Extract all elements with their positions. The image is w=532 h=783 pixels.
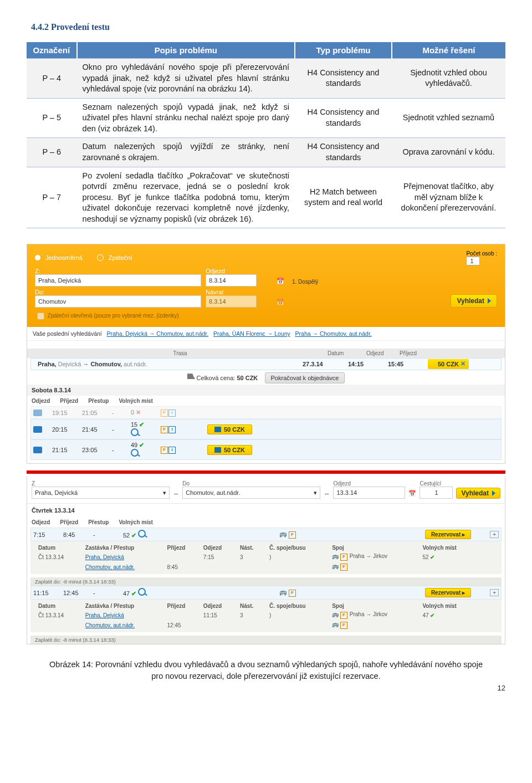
cell-type: H4 Consistency and standards bbox=[295, 59, 392, 99]
history-link[interactable]: Praha → Chomutov, aut.nádr. bbox=[295, 330, 372, 337]
th-prijezd: Příjezd bbox=[400, 350, 433, 356]
search-button[interactable]: Vyhledat bbox=[451, 294, 497, 308]
search-button2[interactable]: Vyhledat bbox=[456, 488, 500, 499]
cell-type: H4 Consistency and standards bbox=[295, 138, 392, 167]
radio-oneway-icon[interactable] bbox=[35, 255, 40, 260]
cell-desc: Po zvolení sedadla tlačítko „Pokračovat“… bbox=[77, 167, 295, 228]
cart-total-value: 50 CZK bbox=[237, 375, 258, 381]
magnify-icon[interactable] bbox=[131, 449, 139, 457]
cell-dep: 20:15 bbox=[52, 426, 74, 433]
cell-arr: 23:05 bbox=[82, 447, 104, 453]
page-number: 12 bbox=[498, 684, 505, 692]
history-link[interactable]: Praha, ÚAN Florenc → Louny bbox=[213, 330, 290, 337]
cell-desc: Okno pro vyhledávání nového spoje při př… bbox=[77, 59, 295, 99]
day-heading: Sobota 8.3.14 bbox=[27, 385, 505, 396]
persons-select[interactable]: 1 bbox=[466, 257, 479, 265]
radio-oneway-label: Jednosměrná bbox=[45, 254, 83, 261]
close-icon[interactable]: ✕ bbox=[461, 360, 466, 367]
cart-icon bbox=[187, 373, 195, 380]
th-type: Typ problému bbox=[295, 42, 392, 59]
bus-icon bbox=[33, 447, 42, 453]
return-date-input[interactable]: 8.3.14 bbox=[206, 295, 257, 308]
price-button[interactable]: 50 CZK bbox=[207, 424, 252, 434]
schedule-row: 19:1521:05-0 ✕Fi bbox=[30, 406, 502, 419]
cell-trans: - bbox=[93, 590, 115, 596]
cell-seats: 0 ✕ bbox=[131, 409, 153, 416]
calendar-icon[interactable]: 📅 bbox=[408, 490, 416, 497]
cell-trans: - bbox=[112, 410, 123, 416]
detail-panel: DatumZastávka / PřestupPříjezdOdjezdNást… bbox=[30, 600, 502, 632]
th-fix: Možné řešení bbox=[392, 42, 505, 59]
depart-date-input[interactable]: 8.3.14 bbox=[206, 274, 257, 286]
th-desc: Popis problému bbox=[77, 42, 295, 59]
cart-icon bbox=[214, 427, 221, 432]
date-input2[interactable]: 13.3.14 bbox=[333, 487, 405, 499]
from-input2[interactable]: Praha, Dejvická▾ bbox=[32, 487, 170, 499]
to-label2: Do bbox=[182, 480, 320, 487]
pay-deadline: Zaplatit do: -8 minut (8.3.14 18:33) bbox=[30, 636, 502, 644]
cell-arr: 8:45 bbox=[63, 531, 85, 538]
cell-dep: 21:15 bbox=[52, 447, 74, 453]
cell-id: P – 7 bbox=[27, 167, 77, 228]
pax-input2[interactable]: 1 bbox=[420, 487, 453, 499]
radio-return-icon[interactable] bbox=[97, 254, 104, 261]
search-button-label: Vyhledat bbox=[457, 297, 484, 305]
depart-label: Odjezd bbox=[206, 268, 272, 274]
cell-type: H2 Match between system and real world bbox=[295, 167, 392, 228]
cell-trans: - bbox=[112, 426, 123, 433]
cell-trans: - bbox=[93, 531, 115, 538]
schedule-row: 21:1523:05-49 ✔ Fi50 CZK bbox=[30, 439, 502, 460]
cell-seats: 49 ✔ bbox=[131, 442, 153, 458]
schedule-row: 7:158:45-52 ✔ 🚌 FRezervovat ▸ + bbox=[30, 528, 502, 541]
expand-button[interactable]: + bbox=[490, 531, 499, 538]
history-link[interactable]: Praha, Dejvická → Chomutov, aut.nádr. bbox=[107, 330, 209, 337]
section-heading: 4.4.2 Provedení testu bbox=[31, 22, 505, 32]
cell-fix: Sjednotit vzhled obou vyhledávačů. bbox=[392, 59, 505, 99]
cell-arr: 12:45 bbox=[63, 590, 85, 596]
tariff-line: 1. Dospělý bbox=[292, 279, 497, 286]
cell-fix: Oprava zarovnání v kódu. bbox=[392, 138, 505, 167]
th-odjezd: Odjezd bbox=[366, 350, 400, 356]
route-to: Chomutov, bbox=[90, 361, 124, 367]
cell-dep: 7:15 bbox=[33, 531, 55, 538]
expand-button[interactable]: + bbox=[490, 589, 499, 596]
calendar-icon: 📅 bbox=[277, 299, 284, 306]
magnify-icon[interactable] bbox=[131, 428, 139, 436]
cell-trans: - bbox=[112, 447, 123, 453]
cell-id: P – 6 bbox=[27, 138, 77, 167]
magnify-icon[interactable] bbox=[138, 588, 146, 596]
cell-fix: Sjednotit vzhled seznamů bbox=[392, 98, 505, 138]
day-heading2: Čtvrtek 13.3.14 bbox=[27, 504, 505, 517]
cart-total-label: Celková cena: bbox=[197, 375, 236, 381]
cell-desc: Seznam nalezených spojů vypadá jinak, ne… bbox=[77, 98, 295, 138]
route-row: Praha, Dejvická → Chomutov, aut.nádr. 27… bbox=[30, 358, 502, 370]
reserve-button[interactable]: Rezervovat ▸ bbox=[425, 530, 471, 539]
cart-icon bbox=[214, 447, 221, 453]
reserve-button[interactable]: Rezervovat ▸ bbox=[425, 588, 471, 597]
route-from: Praha, bbox=[38, 361, 58, 367]
history-label: Vaše poslední vyhledávání bbox=[33, 330, 102, 337]
from-input[interactable]: Praha, Dejvická bbox=[35, 274, 201, 286]
route-dep: 14:15 bbox=[345, 361, 385, 367]
cell-type: H4 Consistency and standards bbox=[295, 98, 392, 138]
cell-arr: 21:45 bbox=[82, 426, 104, 433]
date-label2: Odjezd bbox=[333, 480, 405, 487]
checkout-button[interactable]: Pokračovat k objednávce bbox=[265, 372, 345, 383]
to-input2[interactable]: Chomutov, aut.nádr.▾ bbox=[182, 487, 320, 499]
bus-icon bbox=[33, 410, 42, 416]
openreturn-checkbox[interactable] bbox=[37, 313, 44, 320]
to-label: Do: bbox=[35, 289, 201, 295]
red-separator bbox=[27, 470, 505, 474]
openreturn-label: Zpáteční otevřená (pouze pro vybrané mez… bbox=[48, 313, 179, 319]
play-icon bbox=[492, 490, 495, 496]
magnify-icon[interactable] bbox=[138, 530, 146, 538]
cell-seats: 15 ✔ bbox=[131, 421, 153, 437]
to-input[interactable]: Chomutov bbox=[35, 295, 201, 308]
pay-deadline: Zaplatit do: -8 minut (8.3.14 18:33) bbox=[30, 577, 502, 586]
route-date: 27.3.14 bbox=[299, 361, 345, 367]
from-label2: Z bbox=[32, 480, 170, 487]
play-icon bbox=[488, 298, 491, 304]
calendar-icon[interactable]: 📅 bbox=[277, 278, 284, 285]
price-button[interactable]: 50 CZK bbox=[207, 445, 252, 455]
schedule-row: 11:1512:45-47 ✔ 🚌 FRezervovat ▸ + bbox=[30, 586, 502, 600]
